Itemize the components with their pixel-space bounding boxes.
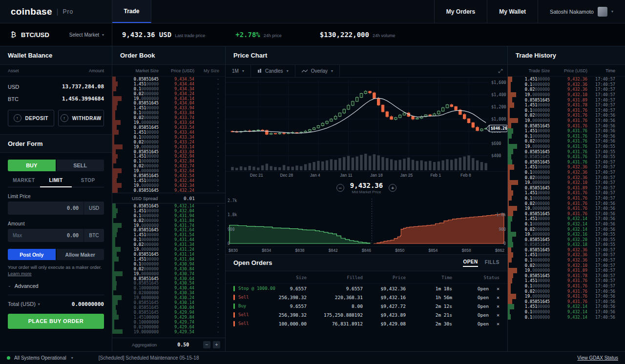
order-book-row[interactable]: 0.858516459,430.54- [112,281,225,286]
order-book-row[interactable]: 0.020000009,430.84- [112,266,225,271]
order-book-row[interactable]: 0.858516459,430.64- [112,276,225,281]
withdraw-button[interactable]: ↑ WITHDRAW [58,110,104,126]
order-form-title: Order Form [0,134,112,153]
tab-open[interactable]: OPEN [463,259,478,267]
aggregation-decrease-button[interactable]: − [203,341,210,348]
order-book-row[interactable]: 0.100000009,433.84- [112,110,225,115]
order-book-row[interactable]: 0.100000009,433.34- [112,135,225,140]
tab-limit[interactable]: LIMIT [40,178,72,187]
user-menu[interactable]: Satoshi Nakamoto ▾ [538,0,625,23]
tab-trade[interactable]: Trade [112,0,151,23]
order-book-row[interactable]: 0.100000009,429.74- [112,320,225,324]
minus-circle-icon[interactable]: − [336,184,344,192]
order-book-row[interactable]: 19.00000009,429.54- [112,329,225,334]
cancel-order-icon[interactable]: ✕ [497,312,500,318]
cancel-order-icon[interactable]: ✕ [497,295,500,300]
order-book-row[interactable]: 0.858516459,432.54- [112,173,225,178]
chart-style-dropdown[interactable]: Candles ▾ [251,65,295,77]
order-book-row[interactable]: 0.858516459,432.14- [112,203,225,208]
order-book-row[interactable]: 0.858516459,429.94- [112,310,225,315]
order-book-row[interactable]: 0.858516459,433.54- [112,125,225,130]
allow-maker-button[interactable]: Allow Maker [57,249,104,260]
order-book-row[interactable]: 19.00000009,430.74- [112,271,225,276]
order-book-row[interactable]: 19.00000009,431.74- [112,223,225,228]
overlay-dropdown[interactable]: Overlay ▾ [295,65,340,77]
tab-stop[interactable]: STOP [72,178,104,187]
amount-input[interactable]: Max 0.00 BTC [8,229,104,242]
trade-history-row: 19.00000009,431.7617:40:56 [508,294,625,299]
order-book-row[interactable]: 19.00000009,433.14- [112,144,225,149]
order-book-row[interactable]: 0.020000009,433.74- [112,115,225,120]
order-book-row[interactable]: 1.451000009,432.04- [112,208,225,213]
order-book-row[interactable]: 19.00000009,432.64- [112,168,225,173]
cancel-order-icon[interactable]: ✕ [497,286,500,291]
open-order-row: Sell256,398.32175,250.888192$9,423.892m … [226,310,507,319]
tab-fills[interactable]: FILLS [485,260,500,266]
my-orders-link[interactable]: My Orders [434,0,487,23]
order-book-row[interactable]: 0.858516459,432.24- [112,188,225,193]
order-book-row[interactable]: 1.451000009,431.54- [112,232,225,237]
my-wallet-link[interactable]: My Wallet [487,0,538,23]
order-book-row[interactable]: 0.100000009,430.94- [112,262,225,266]
chevron-down-icon[interactable]: ▾ [71,356,73,360]
timeframe-dropdown[interactable]: 1M ▾ [226,65,251,77]
order-book-row[interactable]: 1.451000009,429.84- [112,315,225,320]
order-book-row[interactable]: 1.451000009,433.44- [112,130,225,135]
order-book-row[interactable]: 1.451000009,433.94- [112,105,225,110]
order-book-row[interactable]: 0.020000009,433.24- [112,140,225,144]
order-book-row[interactable]: 0.020000009,431.84- [112,218,225,223]
aggregation-increase-button[interactable]: + [213,341,220,348]
expand-chart-icon[interactable]: ⤢ [498,68,507,74]
gdax-status-link[interactable]: View GDAX Status [577,355,618,361]
order-book-row[interactable]: 0.858516459,434.54- [112,77,225,81]
order-book-row[interactable]: 0.020000009,431.34- [112,242,225,247]
cancel-order-icon[interactable]: ✕ [497,321,500,326]
order-book-row[interactable]: 1.451000009,432.94- [112,154,225,159]
order-book-row[interactable]: 0.858516459,430.14- [112,300,225,305]
advanced-toggle[interactable]: ⌄ Advanced [8,283,104,295]
order-book-row[interactable]: 0.020000009,430.34- [112,290,225,295]
candlestick-chart[interactable]: $1,600$1,400$1,200$1,000$800$600$400$846… [226,78,507,171]
sell-tab[interactable]: SELL [57,160,104,171]
tab-market[interactable]: MARKET [8,178,40,187]
order-book-row[interactable]: 0.020000009,432.74- [112,163,225,168]
status-column-label: Status [452,275,500,280]
order-book-row[interactable]: 19.00000009,430.24- [112,295,225,300]
order-book-row[interactable]: 19.00000009,433.64- [112,120,225,125]
order-book-row[interactable]: 0.020000009,434.24- [112,91,225,96]
chevron-down-icon[interactable]: ▾ [38,302,40,306]
select-market-dropdown[interactable]: Select Market ▾ [69,32,104,38]
buy-tab[interactable]: BUY [8,160,56,171]
order-book-row[interactable]: 0.100000009,431.44- [112,237,225,242]
order-book-row[interactable]: 0.100000009,431.94- [112,213,225,218]
order-book-row[interactable]: 0.100000009,434.34- [112,86,225,91]
order-book-row[interactable]: 1.451000009,434.44- [112,81,225,86]
plus-circle-icon[interactable]: + [389,184,396,192]
order-book-row[interactable]: 19.00000009,432.34- [112,183,225,188]
order-book-row[interactable]: 0.020000009,429.64- [112,324,225,329]
filled-column-label: Filled [307,275,363,280]
learn-more-link[interactable]: Learn more [8,271,32,276]
trade-history-row: 0.100000009,432.3617:40:57 [508,170,625,175]
order-book-row[interactable]: 1.451000009,431.04- [112,257,225,262]
order-book-row[interactable]: 19.00000009,434.14- [112,96,225,101]
depth-x-axis: $830$834$838$842$846$850$854$858$862 [226,246,507,254]
order-book-columns: Market Size Price (USD) My Size [112,65,225,77]
order-book-row[interactable]: 0.100000009,430.44- [112,285,225,290]
deposit-button[interactable]: ↑ DEPOSIT [8,110,54,126]
order-book-row[interactable]: 0.858516459,433.04- [112,149,225,154]
trade-history-row: 1.451000009,432.1417:40:56 [508,216,625,222]
order-book-row[interactable]: 0.858516459,431.14- [112,252,225,257]
order-book-row[interactable]: 0.100000009,432.84- [112,159,225,163]
limit-price-input[interactable]: 0.00 USD [8,202,104,215]
order-book-row[interactable]: 0.858516459,434.04- [112,101,225,106]
post-only-button[interactable]: Post Only [8,249,56,260]
order-book-row[interactable]: 0.858516459,430.04- [112,305,225,310]
amount-max-button[interactable]: Max [8,233,22,238]
place-buy-order-button[interactable]: PLACE BUY ORDER [8,314,104,329]
depth-chart[interactable]: 2.7k1.8k90001.8k9000 [226,197,507,246]
order-book-row[interactable]: 19.00000009,431.24- [112,247,225,252]
cancel-order-icon[interactable]: ✕ [497,303,500,309]
order-book-row[interactable]: 0.858516459,431.64- [112,228,225,233]
order-book-row[interactable]: 1.451000009,432.44- [112,178,225,183]
